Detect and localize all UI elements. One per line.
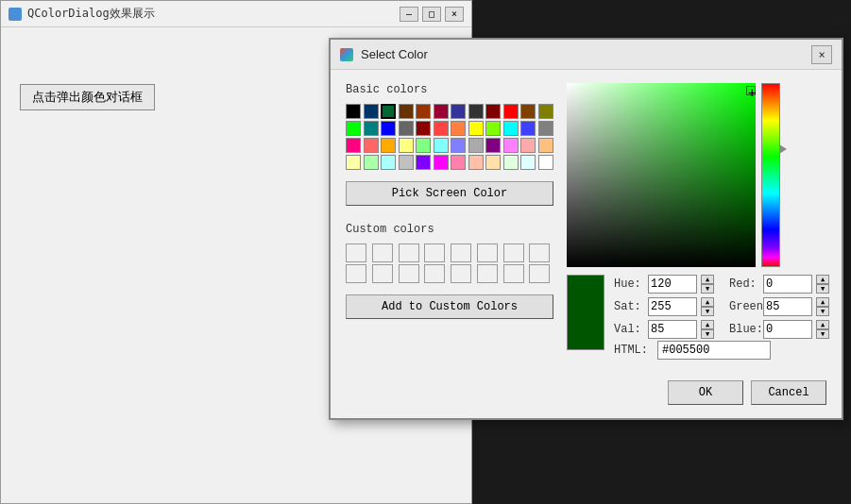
basic-color-swatch-31[interactable] [468, 138, 484, 153]
blue-label: Blue: [729, 323, 759, 336]
custom-color-swatch-4[interactable] [451, 244, 471, 262]
basic-color-swatch-2[interactable] [381, 104, 396, 119]
basic-color-swatch-16[interactable] [416, 121, 431, 136]
basic-color-swatch-0[interactable] [346, 104, 361, 119]
bg-close-btn[interactable]: × [445, 7, 464, 22]
custom-color-swatch-2[interactable] [399, 244, 419, 262]
custom-color-swatch-15[interactable] [529, 264, 550, 283]
custom-color-swatch-14[interactable] [503, 264, 524, 283]
hue-spin-up[interactable]: ▲ [701, 275, 714, 284]
basic-color-swatch-15[interactable] [399, 121, 414, 136]
custom-color-swatch-13[interactable] [477, 264, 498, 283]
basic-color-swatch-10[interactable] [520, 104, 536, 119]
val-spin-up[interactable]: ▲ [701, 320, 714, 329]
basic-color-swatch-17[interactable] [434, 121, 449, 136]
custom-color-swatch-3[interactable] [424, 244, 445, 262]
custom-color-swatch-6[interactable] [503, 244, 524, 262]
blue-spin-up[interactable]: ▲ [816, 320, 829, 329]
hue-spin-down[interactable]: ▼ [701, 284, 714, 294]
dialog-close-button[interactable]: × [811, 45, 832, 64]
red-spin-up[interactable]: ▲ [816, 275, 829, 284]
custom-color-swatch-11[interactable] [424, 264, 445, 283]
sat-spin-up[interactable]: ▲ [701, 297, 714, 307]
basic-color-swatch-6[interactable] [451, 104, 466, 119]
green-spin-up[interactable]: ▲ [816, 297, 829, 307]
basic-color-swatch-36[interactable] [346, 155, 361, 170]
custom-color-swatch-0[interactable] [346, 244, 366, 262]
basic-color-swatch-20[interactable] [485, 121, 501, 136]
basic-color-swatch-37[interactable] [364, 155, 379, 170]
basic-color-swatch-44[interactable] [485, 155, 501, 170]
basic-color-swatch-24[interactable] [346, 138, 361, 153]
basic-color-swatch-21[interactable] [503, 121, 519, 136]
basic-color-swatch-41[interactable] [434, 155, 449, 170]
basic-color-swatch-38[interactable] [381, 155, 396, 170]
basic-color-swatch-47[interactable] [538, 155, 553, 170]
basic-color-swatch-13[interactable] [364, 121, 379, 136]
basic-color-swatch-22[interactable] [520, 121, 536, 136]
basic-color-swatch-46[interactable] [520, 155, 536, 170]
basic-color-swatch-27[interactable] [399, 138, 414, 153]
custom-color-swatch-10[interactable] [399, 264, 419, 283]
html-input[interactable] [657, 341, 771, 360]
pick-screen-color-button[interactable]: Pick Screen Color [346, 181, 553, 206]
basic-color-swatch-3[interactable] [399, 104, 414, 119]
red-row: Red: ▲ ▼ [729, 275, 829, 294]
basic-color-swatch-34[interactable] [520, 138, 536, 153]
blue-input[interactable] [763, 320, 812, 339]
basic-color-swatch-25[interactable] [364, 138, 379, 153]
custom-color-swatch-1[interactable] [372, 244, 393, 262]
basic-color-swatch-5[interactable] [434, 104, 449, 119]
basic-color-swatch-12[interactable] [346, 121, 361, 136]
ok-button[interactable]: OK [668, 380, 743, 405]
val-input[interactable] [648, 320, 697, 339]
custom-color-swatch-8[interactable] [346, 264, 366, 283]
bg-maximize-btn[interactable]: □ [422, 7, 441, 22]
cancel-button[interactable]: Cancel [751, 380, 826, 405]
basic-color-swatch-26[interactable] [381, 138, 396, 153]
basic-color-swatch-45[interactable] [503, 155, 519, 170]
basic-color-swatch-14[interactable] [381, 121, 396, 136]
basic-color-swatch-28[interactable] [416, 138, 431, 153]
basic-color-swatch-11[interactable] [538, 104, 553, 119]
basic-color-swatch-1[interactable] [364, 104, 379, 119]
basic-color-swatch-23[interactable] [538, 121, 553, 136]
sat-spin-down[interactable]: ▼ [701, 307, 714, 316]
red-input[interactable] [763, 275, 812, 294]
sat-input[interactable] [648, 297, 697, 316]
basic-color-swatch-43[interactable] [468, 155, 484, 170]
custom-color-swatch-9[interactable] [372, 264, 393, 283]
bg-minimize-btn[interactable]: — [400, 7, 418, 22]
basic-color-swatch-9[interactable] [503, 104, 519, 119]
green-spinbuttons: ▲ ▼ [816, 297, 829, 316]
val-spin-down[interactable]: ▼ [701, 329, 714, 339]
blue-spin-down[interactable]: ▼ [816, 329, 829, 339]
hue-input[interactable] [648, 275, 697, 294]
basic-color-swatch-42[interactable] [451, 155, 466, 170]
basic-color-swatch-8[interactable] [485, 104, 501, 119]
basic-color-swatch-29[interactable] [434, 138, 449, 153]
basic-color-swatch-32[interactable] [485, 138, 501, 153]
open-color-dialog-button[interactable]: 点击弹出颜色对话框 [20, 84, 155, 110]
basic-color-swatch-18[interactable] [451, 121, 466, 136]
custom-color-swatch-7[interactable] [529, 244, 550, 262]
custom-color-swatch-5[interactable] [477, 244, 498, 262]
hue-slider[interactable] [761, 83, 780, 267]
custom-colors-label: Custom colors [346, 223, 553, 236]
basic-color-swatch-7[interactable] [468, 104, 484, 119]
basic-color-swatch-30[interactable] [451, 138, 466, 153]
basic-color-swatch-40[interactable] [416, 155, 431, 170]
bg-app-icon [9, 8, 22, 21]
dialog-titlebar: Select Color × [331, 40, 842, 70]
saturation-value-picker[interactable] [567, 83, 756, 267]
basic-color-swatch-33[interactable] [503, 138, 519, 153]
green-input[interactable] [763, 297, 812, 316]
green-spin-down[interactable]: ▼ [816, 307, 829, 316]
add-to-custom-colors-button[interactable]: Add to Custom Colors [346, 294, 553, 319]
basic-color-swatch-39[interactable] [399, 155, 414, 170]
basic-color-swatch-19[interactable] [468, 121, 484, 136]
custom-color-swatch-12[interactable] [451, 264, 471, 283]
basic-color-swatch-35[interactable] [538, 138, 553, 153]
basic-color-swatch-4[interactable] [416, 104, 431, 119]
red-spin-down[interactable]: ▼ [816, 284, 829, 294]
